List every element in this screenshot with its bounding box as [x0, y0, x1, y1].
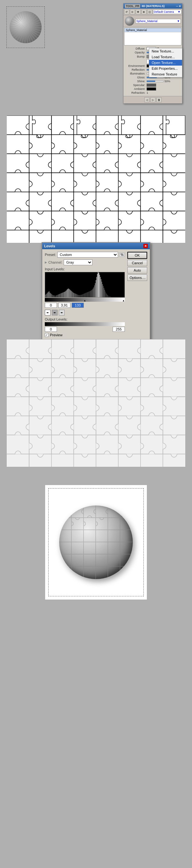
output-levels-slider[interactable]: ▲ [45, 322, 125, 326]
input-levels-slider[interactable]: ▲ ▲ ▲ [45, 298, 125, 302]
eyedropper-white[interactable]: ✒ [59, 310, 65, 315]
svg-rect-94 [102, 284, 103, 297]
refraction-label: Refraction: [125, 91, 147, 94]
panel-minimize-icon[interactable]: ─ [176, 4, 178, 8]
ctx-menu-new-texture[interactable]: New Texture... [149, 48, 182, 54]
svg-rect-77 [90, 291, 91, 298]
svg-rect-122 [122, 297, 123, 297]
rotate-icon[interactable]: ↺ [124, 9, 129, 14]
eyedropper-black[interactable]: ✒ [45, 310, 51, 315]
bottom-icon-2[interactable]: ▷ [150, 97, 156, 102]
svg-rect-109 [113, 297, 114, 297]
section-final-sphere [0, 473, 192, 611]
sphere-texture-svg [59, 505, 133, 579]
svg-rect-43 [65, 291, 66, 298]
svg-rect-28 [55, 296, 55, 297]
puzzle-svg-gray [7, 339, 185, 467]
input-low-value[interactable] [45, 303, 57, 308]
svg-rect-112 [115, 297, 116, 297]
channel-collapse-icon[interactable]: ▶ [45, 261, 47, 264]
svg-rect-58 [76, 294, 77, 297]
auto-button[interactable]: Auto [127, 267, 147, 274]
material-name-dropdown[interactable]: Sphere_Material ▼ [135, 19, 181, 23]
svg-rect-44 [66, 290, 67, 297]
levels-close-button[interactable]: × [143, 244, 148, 248]
svg-rect-64 [80, 294, 81, 297]
ctx-menu-open-texture[interactable]: Open Texture... [149, 60, 182, 66]
svg-rect-114 [117, 297, 117, 297]
svg-rect-52 [72, 291, 72, 297]
bottom-icon-3[interactable]: 🗑 [157, 97, 162, 102]
zoom-icon[interactable]: ⊕ [141, 9, 147, 14]
section-gray-puzzle [0, 333, 192, 473]
material-thumbnail [125, 16, 134, 26]
context-menu: New Texture... Load Texture... Open Text… [149, 48, 183, 78]
svg-rect-63 [80, 295, 80, 297]
svg-rect-117 [119, 297, 119, 297]
svg-rect-121 [122, 297, 122, 297]
svg-rect-16 [46, 294, 46, 297]
puzzle-canvas-gray [6, 339, 186, 467]
svg-rect-20 [49, 291, 49, 297]
ok-button[interactable]: OK [127, 252, 147, 259]
svg-rect-70 [85, 293, 86, 297]
pct-badge: % [119, 253, 125, 257]
input-mid-value[interactable] [58, 303, 70, 308]
panel-toolbar: ↺ ⊙ ✥ ⊕ ◫ Default Camera ▼ [124, 9, 182, 16]
sphere-texture [9, 11, 42, 43]
section-bw-puzzle [0, 109, 192, 250]
cancel-button[interactable]: Cancel [127, 260, 147, 266]
levels-content: Preset: Custom Default % ▶ Channel: Gray… [42, 249, 150, 339]
svg-rect-113 [116, 297, 117, 297]
options-button[interactable]: Options.... [127, 275, 147, 281]
output-high-value[interactable] [113, 327, 125, 332]
preset-select[interactable]: Custom Default [57, 252, 118, 257]
ctx-menu-edit-properties[interactable]: Edit Properties... [149, 66, 182, 71]
shine-row: Shine: 50% [125, 80, 181, 83]
environment-label: Environment: [125, 64, 147, 67]
ctx-menu-remove-texture[interactable]: Remove Texture [149, 71, 182, 77]
svg-rect-83 [94, 285, 95, 297]
input-high-value[interactable] [72, 303, 84, 308]
tool-pr-tab[interactable]: TOOL_PR [125, 4, 140, 8]
preview-checkbox[interactable]: ✓ [45, 333, 49, 337]
svg-rect-46 [67, 289, 68, 297]
material-list[interactable]: Sphere_Material [124, 28, 182, 45]
svg-rect-57 [75, 294, 76, 297]
roll-icon[interactable]: ⊙ [130, 9, 135, 14]
svg-rect-106 [111, 297, 111, 297]
svg-rect-102 [108, 296, 108, 297]
panel-close-icon[interactable]: × [179, 4, 181, 8]
svg-rect-69 [84, 293, 85, 297]
svg-rect-56 [74, 293, 75, 297]
white-point-slider[interactable]: ▲ [122, 299, 125, 302]
pan-icon[interactable]: ✥ [136, 9, 141, 14]
svg-rect-89 [99, 273, 99, 297]
mode-icon[interactable]: ◫ [147, 9, 152, 14]
output-black-slider[interactable]: ▲ [45, 323, 47, 326]
svg-rect-119 [120, 297, 121, 297]
svg-rect-66 [82, 294, 83, 297]
ambient-swatch[interactable] [147, 87, 156, 91]
svg-rect-30 [56, 295, 57, 297]
channel-select[interactable]: Gray RGB Red Green Blue [64, 259, 93, 265]
specular-swatch[interactable] [147, 84, 156, 87]
output-low-value[interactable] [45, 327, 57, 332]
ctx-menu-load-texture[interactable]: Load Texture... [149, 54, 182, 60]
mid-point-slider[interactable]: ▲ [84, 299, 86, 302]
svg-rect-104 [109, 296, 110, 297]
bottom-icon-1[interactable]: ◁ [144, 97, 150, 102]
material-item-sphere[interactable]: Sphere_Material [125, 28, 181, 32]
svg-rect-26 [53, 295, 54, 297]
svg-rect-47 [68, 288, 69, 297]
shine-bar[interactable] [147, 80, 163, 82]
eyedropper-gray[interactable]: ✒ [52, 310, 58, 315]
canvas-final [45, 485, 147, 600]
svg-rect-51 [71, 291, 72, 298]
svg-rect-36 [60, 293, 61, 297]
svg-rect-78 [91, 291, 91, 297]
gloss-label: Gloss: [125, 76, 147, 79]
view-dropdown[interactable]: Default Camera ▼ [153, 9, 182, 14]
black-point-slider[interactable]: ▲ [45, 299, 47, 302]
specular-row: Specular: [125, 84, 181, 87]
